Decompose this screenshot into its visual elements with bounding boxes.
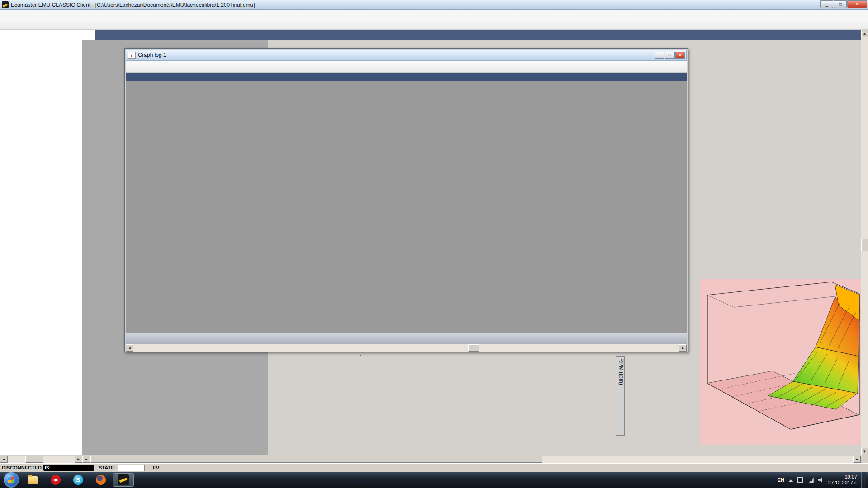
scroll-left-arrow[interactable]: ◄ — [126, 344, 133, 352]
scroll-thumb[interactable] — [468, 344, 479, 352]
app-root: Ecumaster EMU CLASSIC Client - [C:\Users… — [0, 0, 868, 488]
connection-status: DISCONNECTED — [2, 465, 42, 470]
show-desktop-button[interactable] — [861, 472, 866, 488]
fuel-map-table — [360, 355, 361, 356]
main-tab-bar — [82, 30, 861, 40]
display-icon[interactable] — [797, 477, 803, 483]
state-label: STATE: — [99, 465, 116, 470]
network-icon[interactable] — [807, 477, 814, 483]
tree-scroll-thumb[interactable] — [25, 456, 43, 463]
main-v-scrollbar[interactable]: ▲ ▼ — [861, 30, 868, 455]
language-indicator[interactable]: EN — [777, 477, 784, 483]
start-button[interactable] — [4, 472, 19, 488]
emu-app-icon[interactable] — [113, 473, 134, 487]
clock[interactable]: 10:07 27.12.2017 r. — [828, 474, 857, 486]
minimize-button[interactable]: _ — [820, 0, 833, 8]
configuration-tree — [0, 30, 82, 455]
state-field — [118, 465, 145, 471]
graph-log-window: Graph log 1 _ □ × ◄ ► — [124, 48, 688, 352]
ve-3d-surface — [700, 279, 861, 445]
tree-scroll-right[interactable]: ► — [75, 456, 82, 463]
maximize-button[interactable]: □ — [834, 0, 847, 8]
tray-time: 10:07 — [828, 474, 857, 480]
graph-tab-bar — [126, 73, 687, 81]
is-field: IS: — [43, 465, 94, 471]
opera-icon[interactable]: O — [45, 473, 66, 487]
menu-bar — [0, 10, 868, 18]
window-title: Ecumaster EMU CLASSIC Client - [C:\Users… — [11, 2, 255, 8]
tray-date: 27.12.2017 r. — [828, 480, 857, 486]
ve-table-3d-view[interactable] — [700, 279, 861, 445]
tray-expand-icon[interactable] — [788, 479, 793, 482]
volume-icon[interactable] — [818, 477, 824, 483]
v-scroll-up-arrow[interactable]: ▲ — [861, 30, 868, 37]
explorer-icon[interactable] — [23, 473, 43, 487]
graph-minimize-button[interactable]: _ — [655, 52, 664, 59]
bottom-scroll-row: ◄ ► ◄ ► — [0, 455, 868, 463]
graph-close-button[interactable]: × — [675, 52, 685, 59]
taskbar: O S EN 10:07 27.12.2017 r. — [0, 472, 868, 488]
status-bar: DISCONNECTED IS: STATE: FV: — [0, 463, 868, 472]
graph-window-titlebar[interactable]: Graph log 1 _ □ × — [126, 50, 687, 61]
graph-toolbar — [126, 61, 687, 73]
graph-curves — [126, 81, 686, 333]
main-scroll-right[interactable]: ► — [853, 456, 861, 463]
main-scroll-thumb[interactable] — [90, 456, 542, 463]
system-tray: EN 10:07 27.12.2017 r. — [777, 472, 868, 488]
main-scroll-left[interactable]: ◄ — [82, 456, 90, 463]
graph-h-scrollbar[interactable]: ◄ ► — [126, 344, 687, 352]
v-scroll-down-arrow[interactable]: ▼ — [861, 448, 868, 455]
tree-h-scrollbar[interactable]: ◄ ► — [0, 456, 82, 463]
graph-window-title: Graph log 1 — [138, 52, 166, 58]
fuel-table-y-axis-label: RPM (rpm) — [616, 356, 625, 436]
graph-window-icon — [128, 52, 136, 59]
v-scroll-thumb[interactable] — [861, 239, 868, 251]
fv-label: FV: — [153, 465, 160, 470]
tabbar-lead — [82, 30, 95, 40]
title-bar: Ecumaster EMU CLASSIC Client - [C:\Users… — [0, 0, 868, 10]
main-h-scrollbar[interactable]: ◄ ► — [82, 456, 861, 463]
graph-maximize-button[interactable]: □ — [665, 52, 675, 59]
close-button[interactable]: × — [847, 0, 867, 8]
scroll-right-arrow[interactable]: ► — [679, 344, 687, 352]
firefox-icon[interactable] — [90, 473, 111, 487]
time-axis — [126, 333, 687, 344]
main-toolbar — [0, 18, 868, 30]
tree-scroll-left[interactable]: ◄ — [0, 456, 8, 463]
graph-plot-area[interactable] — [126, 81, 687, 333]
app-icon — [2, 1, 9, 8]
skype-icon[interactable]: S — [68, 473, 89, 487]
